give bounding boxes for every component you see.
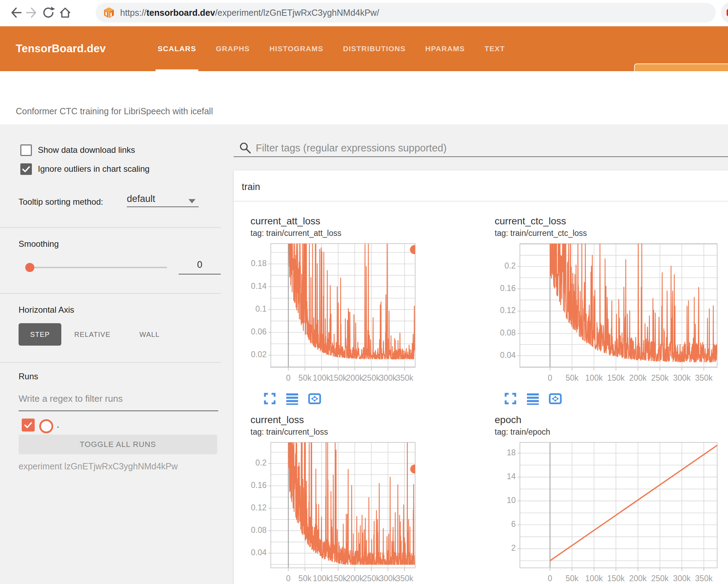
svg-text:200k: 200k: [346, 574, 364, 583]
reload-icon[interactable]: [41, 5, 56, 20]
svg-text:0.08: 0.08: [500, 328, 516, 337]
svg-text:300k: 300k: [379, 574, 397, 583]
toggle-all-runs-button[interactable]: TOGGLE ALL RUNS: [19, 435, 217, 454]
chart-plot[interactable]: 050k100k150k200k250k300k350k26101418: [495, 440, 721, 584]
svg-text:50k: 50k: [298, 574, 312, 583]
tooltip-sorting-label: Tooltip sorting method:: [19, 197, 103, 207]
svg-text:200k: 200k: [346, 373, 364, 382]
svg-text:0.04: 0.04: [251, 548, 267, 557]
tensorboard-page: https://tensorboard.dev/experiment/lzGnE…: [0, 0, 728, 584]
app-header: TensorBoard.dev SCALARSGRAPHSHISTOGRAMSD…: [0, 26, 728, 71]
svg-text:0.2: 0.2: [255, 458, 267, 467]
svg-text:350k: 350k: [396, 373, 413, 382]
smoothing-value-input[interactable]: 0: [179, 259, 221, 274]
forward-icon[interactable]: [25, 5, 40, 20]
svg-text:0.14: 0.14: [251, 281, 267, 291]
runs-regex-input[interactable]: Write a regex to filter runs: [19, 393, 123, 404]
svg-text:300k: 300k: [673, 574, 691, 583]
chart-current_ctc_loss: current_ctc_losstag: train/current_ctc_l…: [495, 216, 721, 386]
url-text: https://tensorboard.dev/experiment/lzGnE…: [120, 8, 379, 18]
filter-tags-underline: [234, 156, 728, 157]
svg-text:0: 0: [548, 373, 552, 382]
run-color-ring-icon: [39, 419, 53, 433]
chart-plot[interactable]: 050k100k150k200k250k300k350k0.040.080.12…: [250, 440, 419, 584]
svg-text:50k: 50k: [565, 574, 579, 583]
svg-text:100k: 100k: [585, 574, 603, 583]
axis-step-button[interactable]: STEP: [19, 323, 61, 346]
chart-title: current_loss: [250, 414, 419, 426]
svg-text:0: 0: [286, 373, 291, 382]
horizontal-axis-label: Horizontal Axis: [19, 305, 74, 315]
browser-toolbar: https://tensorboard.dev/experiment/lzGnE…: [0, 0, 728, 27]
tag-group-header[interactable]: train: [242, 182, 260, 192]
card-divider: [234, 201, 728, 202]
chart-tag: tag: train/epoch: [495, 427, 721, 437]
tab-graphs[interactable]: GRAPHS: [216, 26, 250, 71]
chart-plot[interactable]: 050k100k150k200k250k300k350k0.020.060.10…: [250, 241, 419, 386]
chart-toolbar: [263, 392, 321, 405]
tab-hparams[interactable]: HPARAMS: [425, 26, 465, 71]
svg-text:200k: 200k: [629, 574, 647, 583]
chart-title: current_ctc_loss: [495, 216, 721, 227]
chart-tag: tag: train/current_loss: [250, 427, 419, 437]
nav-tabs: SCALARSGRAPHSHISTOGRAMSDISTRIBUTIONSHPAR…: [158, 26, 505, 71]
tab-text[interactable]: TEXT: [485, 26, 505, 71]
experiment-title-bar: Conformer CTC training for LibriSpeech w…: [0, 71, 728, 124]
fullscreen-icon[interactable]: [504, 392, 517, 405]
svg-text:250k: 250k: [651, 373, 669, 382]
fit-domain-icon[interactable]: [308, 392, 321, 405]
back-icon[interactable]: [8, 5, 23, 20]
fullscreen-icon[interactable]: [263, 392, 276, 405]
tab-distributions[interactable]: DISTRIBUTIONS: [343, 26, 406, 71]
filter-tags-input[interactable]: Filter tags (regular expressions support…: [256, 142, 447, 154]
svg-text:350k: 350k: [695, 574, 713, 583]
svg-text:0: 0: [548, 574, 552, 583]
tab-histograms[interactable]: HISTOGRAMS: [269, 26, 323, 71]
chevron-down-icon: [188, 199, 195, 203]
fit-domain-icon[interactable]: [549, 392, 562, 405]
show-download-links-label: Show data download links: [38, 145, 135, 155]
svg-text:50k: 50k: [565, 373, 579, 382]
svg-text:100k: 100k: [313, 574, 330, 583]
svg-text:6: 6: [511, 520, 516, 529]
smoothing-slider-thumb[interactable]: [25, 263, 34, 272]
horizontal-lines-icon[interactable]: [526, 392, 540, 405]
svg-text:14: 14: [507, 472, 516, 481]
svg-text:0.12: 0.12: [500, 306, 516, 315]
svg-text:100k: 100k: [313, 373, 330, 382]
divider: [0, 362, 221, 363]
chart-tag: tag: train/current_ctc_loss: [495, 228, 721, 238]
app-logo[interactable]: TensorBoard.dev: [16, 26, 106, 71]
svg-text:350k: 350k: [695, 373, 713, 382]
svg-text:350k: 350k: [396, 574, 413, 583]
svg-text:0.16: 0.16: [500, 284, 516, 293]
experiment-caption: experiment lzGnETjwRxC3yghNMd4kPw: [19, 461, 178, 471]
chart-tag: tag: train/current_att_loss: [250, 228, 419, 238]
experiment-title: Conformer CTC training for LibriSpeech w…: [16, 106, 213, 116]
url-bar[interactable]: https://tensorboard.dev/experiment/lzGnE…: [96, 3, 716, 22]
ignore-outliers-label: Ignore outliers in chart scaling: [38, 164, 150, 174]
home-icon[interactable]: [57, 5, 73, 20]
smoothing-slider[interactable]: [30, 267, 167, 268]
extension-icon[interactable]: [721, 1, 728, 24]
run-checkbox[interactable]: [22, 419, 35, 432]
chart-title: current_att_loss: [250, 216, 419, 227]
axis-relative-button[interactable]: RELATIVE: [74, 323, 110, 346]
tab-scalars[interactable]: SCALARS: [158, 26, 196, 71]
ignore-outliers-checkbox[interactable]: [20, 163, 32, 175]
svg-text:300k: 300k: [673, 373, 691, 382]
svg-text:250k: 250k: [363, 373, 380, 382]
show-download-links-checkbox[interactable]: [20, 144, 32, 156]
svg-text:0.16: 0.16: [251, 481, 267, 490]
chart-plot[interactable]: 050k100k150k200k250k300k350k0.040.080.12…: [495, 241, 721, 386]
svg-text:0.1: 0.1: [255, 304, 267, 313]
tooltip-sorting-dropdown[interactable]: default: [127, 193, 199, 207]
svg-text:200k: 200k: [629, 373, 647, 382]
tensorboard-favicon-icon: [103, 7, 115, 18]
horizontal-lines-icon[interactable]: [286, 392, 299, 405]
axis-wall-button[interactable]: WALL: [139, 323, 160, 346]
chart-current_loss: current_losstag: train/current_loss050k1…: [250, 414, 419, 584]
chart-current_att_loss: current_att_losstag: train/current_att_l…: [250, 216, 419, 386]
divider: [0, 293, 221, 294]
chart-toolbar: [504, 392, 562, 405]
